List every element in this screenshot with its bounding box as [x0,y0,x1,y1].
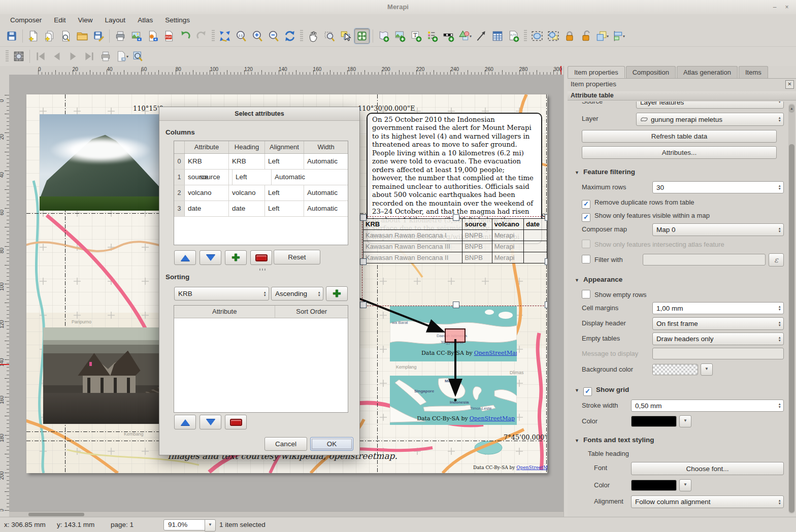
undo-button[interactable] [178,28,193,44]
preview-atlas-button[interactable] [11,49,26,64]
checkbox-checked-icon[interactable]: ✓ [582,213,590,222]
choose-font-button[interactable]: Choose font... [631,462,784,475]
first-feature-button[interactable] [33,49,48,64]
heading-color-dropdown[interactable]: ▼ [679,479,691,491]
export-atlas-button[interactable]: ▾ [114,49,129,64]
show-empty-rows-row[interactable]: Show empty rows [582,289,784,301]
menu-composer[interactable]: Composer [5,15,47,25]
lock-items-button[interactable] [562,28,577,44]
remove-duplicate-row[interactable]: ✓Remove duplicate rows from table [582,196,784,209]
new-composition-button[interactable] [26,28,41,44]
export-pdf-button[interactable]: PDF [161,28,177,44]
raise-items-button[interactable]: ▾ [594,28,610,44]
cell-margins-input[interactable]: 1,00 mm▲▼ [652,302,784,314]
splitter-dots[interactable] [259,269,267,271]
atlas-settings-button[interactable] [130,49,146,64]
checkbox-checked-icon[interactable]: ✓ [582,200,590,209]
zoom-dropdown-arrow[interactable]: ▼ [205,519,216,531]
tab-items[interactable]: Items [739,66,768,78]
remove-column-button[interactable] [250,250,272,265]
layer-combo[interactable]: gunung merapi meletus▲▼ [636,113,784,126]
maximum-rows-input[interactable]: 30▲▼ [652,181,784,193]
move-item-content-button[interactable] [354,28,370,44]
add-image-button[interactable] [392,28,408,44]
header-sort-order[interactable]: Sort Order [275,306,348,318]
move-column-down-button[interactable] [200,250,221,265]
sorting-table[interactable]: Attribute Sort Order [174,305,348,413]
remove-sort-button[interactable] [225,415,247,429]
heading-color-swatch[interactable] [631,480,677,491]
tab-composition[interactable]: Composition [626,66,676,78]
openstreetmap-link[interactable]: OpenStreetMap [474,350,517,356]
add-legend-button[interactable] [425,28,440,44]
add-html-frame-button[interactable]: </> [506,28,521,44]
column-row[interactable]: 3datedateLeftAutomatic [174,201,348,217]
minimize-icon[interactable]: – [771,4,779,11]
source-combo[interactable]: Layer features▼ [636,102,784,109]
panel-scrollbar[interactable]: ▲ [788,104,795,514]
grid-color-swatch[interactable] [631,416,677,427]
alignment-combo[interactable]: Follow column alignment▲▼ [631,495,784,508]
header-heading[interactable]: Heading [229,141,265,153]
move-column-up-button[interactable] [174,250,196,265]
menu-view[interactable]: View [73,15,98,25]
empty-tables-combo[interactable]: Draw headers only▲▼ [652,332,784,345]
display-header-combo[interactable]: On first frame▲▼ [652,317,784,330]
scrollbar-thumb[interactable] [28,513,84,516]
checkbox-unchecked-icon[interactable] [582,255,590,263]
fonts-header[interactable]: ▼Fonts and text styling [575,436,654,445]
add-label-button[interactable]: T [409,28,424,44]
dialog-title-bar[interactable]: Select attributes [159,107,359,121]
stroke-width-input[interactable]: 0,50 mm▲▼ [631,400,784,412]
add-shape-button[interactable]: ▾ [457,28,473,44]
scrollbar-up-arrow[interactable]: ▲ [789,105,794,113]
tab-atlas-generation[interactable]: Atlas generation [677,66,738,78]
show-grid-header[interactable]: ▼✓Show grid [575,386,629,395]
zoom-level-combo[interactable]: 91.0% [163,519,205,530]
select-move-item-button[interactable] [338,28,353,44]
add-sort-button[interactable]: ✚ [326,286,348,301]
reset-button[interactable]: Reset [274,250,320,264]
export-svg-button[interactable] [145,28,160,44]
add-scalebar-button[interactable] [441,28,456,44]
previous-feature-button[interactable] [49,49,64,64]
zoom-full-button[interactable] [217,28,233,44]
menu-edit[interactable]: Edit [49,15,71,25]
add-attribute-table-button[interactable] [490,28,505,44]
move-sort-up-button[interactable] [174,415,196,429]
expression-builder-button[interactable]: ε [769,253,784,267]
ungroup-items-button[interactable] [546,28,561,44]
sort-order-combo[interactable]: Ascending▲▼ [271,287,323,301]
next-feature-button[interactable] [65,49,81,64]
columns-table[interactable]: Attribute Heading Alignment Width 0KRBKR… [174,141,348,245]
column-row[interactable]: 2volcanovolcanoLeftAutomatic [174,185,348,201]
background-color-swatch[interactable] [652,364,698,375]
grid-color-dropdown[interactable]: ▼ [679,415,691,427]
checkbox-unchecked-icon[interactable] [582,290,590,298]
ok-button[interactable]: OK [310,437,353,451]
last-feature-button[interactable] [82,49,97,64]
openstreetmap-link[interactable]: OpenStreetMap [470,415,515,422]
menu-settings[interactable]: Settings [160,15,195,25]
checkbox-checked-icon[interactable]: ✓ [583,387,592,396]
composer-map-combo[interactable]: Map 0▲▼ [652,223,784,236]
menu-atlas[interactable]: Atlas [132,15,158,25]
sort-column-combo[interactable]: KRB▲▼ [174,287,269,301]
align-items-button[interactable]: ▾ [611,28,626,44]
pan-button[interactable] [306,28,321,44]
column-row[interactable]: 1sourcesourceLeftAutomatic [174,170,348,185]
print-atlas-button[interactable] [98,49,113,64]
move-sort-down-button[interactable] [200,415,221,429]
canvas-attribute-table[interactable]: KRB source volcano date Kawasan Rawan Be… [363,218,547,263]
panel-close-icon[interactable]: ✕ [785,80,794,89]
zoom-region-button[interactable] [322,28,337,44]
appearance-header[interactable]: ▼Appearance [575,276,622,285]
openstreetmap-link[interactable]: OpenStreetMap [516,465,547,470]
menu-layout[interactable]: Layout [100,15,131,25]
zoom-out-button[interactable] [266,28,281,44]
add-column-button[interactable]: ✚ [225,250,247,265]
cancel-button[interactable]: Cancel [264,437,307,451]
zoom-actual-button[interactable]: 1:1 [234,28,249,44]
duplicate-composition-button[interactable] [42,28,57,44]
unlock-items-button[interactable] [578,28,593,44]
